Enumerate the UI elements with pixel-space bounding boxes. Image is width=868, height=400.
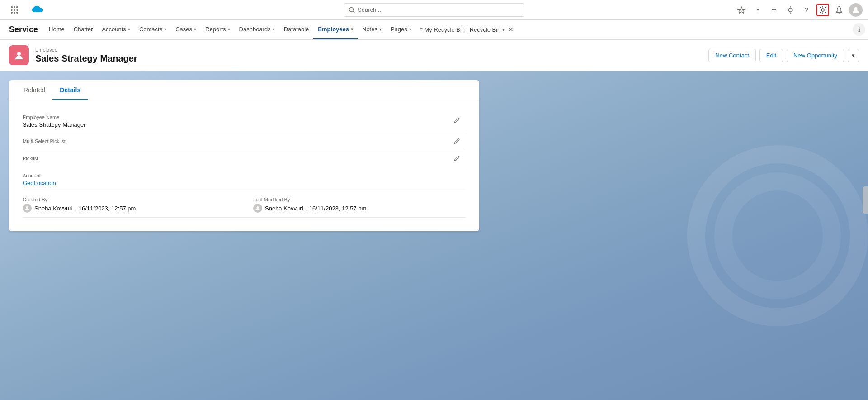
nav-notes[interactable]: Notes▾	[358, 19, 386, 39]
employees-chevron: ▾	[351, 27, 353, 32]
record-header-right: New Contact Edit New Opportunity ▾	[708, 49, 859, 62]
nav-items: Home Chatter Accounts▾ Contacts▾ Cases▾ …	[44, 19, 518, 39]
search-input[interactable]	[358, 6, 519, 13]
svg-point-8	[16, 12, 18, 14]
main-content: Related Details Employee Name Sales Stra…	[0, 71, 868, 400]
svg-point-14	[854, 7, 858, 10]
svg-point-12	[821, 9, 824, 11]
new-contact-button[interactable]: New Contact	[708, 49, 755, 62]
setup-shortcut-icon[interactable]	[784, 4, 797, 16]
svg-point-18	[26, 206, 28, 209]
svg-point-3	[11, 9, 13, 11]
modified-by-label: Last Modified By	[253, 197, 466, 202]
created-by-date: , 16/11/2023, 12:57 pm	[75, 205, 136, 212]
card-tabs: Related Details	[9, 80, 479, 100]
field-value-employee-name: Sales Strategy Manager	[23, 121, 466, 128]
field-label-employee-name: Employee Name	[23, 114, 466, 120]
nav-pages[interactable]: Pages▾	[386, 19, 416, 39]
svg-point-20	[257, 206, 259, 209]
created-by-user[interactable]: Sneha Kovvuri	[34, 205, 73, 212]
waffle-icon[interactable]	[5, 5, 24, 14]
modified-by-date: , 16/11/2023, 12:57 pm	[306, 205, 367, 212]
nav-dashboards[interactable]: Dashboards▾	[235, 19, 279, 39]
help-icon[interactable]: ?	[800, 4, 813, 16]
salesforce-logo	[28, 5, 43, 15]
utility-bar-right: ▾ + ?	[735, 3, 863, 17]
modified-by-avatar	[253, 204, 262, 213]
svg-point-4	[14, 9, 15, 11]
field-multi-select: Multi-Select Picklist	[23, 133, 466, 150]
edit-multi-select-button[interactable]	[452, 136, 462, 147]
edit-picklist-button[interactable]	[452, 153, 462, 164]
svg-point-0	[11, 6, 13, 8]
modified-by-field: Last Modified By Sneha Kovvuri, 16/11/20…	[253, 197, 466, 213]
nav-home[interactable]: Home	[44, 19, 69, 39]
created-by-value[interactable]: Sneha Kovvuri, 16/11/2023, 12:57 pm	[23, 204, 235, 213]
nav-datatable[interactable]: Datatable	[279, 19, 314, 39]
audit-fields-row: Created By Sneha Kovvuri, 16/11/2023, 12…	[23, 191, 466, 218]
record-header: Employee Sales Strategy Manager New Cont…	[0, 40, 868, 71]
svg-point-2	[16, 6, 18, 8]
scroll-handle[interactable]	[863, 186, 868, 214]
created-by-label: Created By	[23, 197, 235, 202]
modified-by-user[interactable]: Sneha Kovvuri	[265, 205, 303, 212]
svg-point-5	[16, 9, 18, 11]
field-value-account[interactable]: GeoLocation	[23, 180, 56, 186]
field-employee-name: Employee Name Sales Strategy Manager	[23, 109, 466, 133]
nav-employees[interactable]: Employees▾	[313, 19, 358, 39]
pages-chevron: ▾	[409, 27, 411, 32]
cases-chevron: ▾	[194, 27, 196, 32]
utility-bar-left	[5, 5, 43, 15]
actions-dropdown-button[interactable]: ▾	[848, 49, 859, 62]
svg-point-11	[788, 8, 792, 12]
reports-chevron: ▾	[228, 27, 230, 32]
gear-icon[interactable]	[816, 4, 829, 16]
accounts-chevron: ▾	[128, 27, 130, 32]
favorites-dropdown-icon[interactable]: ▾	[751, 4, 764, 16]
nav-info-icon[interactable]: ℹ	[853, 23, 865, 36]
breadcrumb: Employee	[35, 47, 137, 52]
detail-card: Related Details Employee Name Sales Stra…	[9, 80, 479, 231]
nav-accounts[interactable]: Accounts▾	[97, 19, 134, 39]
record-type-icon	[9, 45, 29, 65]
svg-line-10	[353, 11, 355, 13]
search-bar[interactable]	[344, 3, 524, 17]
field-label-multi-select: Multi-Select Picklist	[23, 138, 466, 144]
modified-by-value[interactable]: Sneha Kovvuri, 16/11/2023, 12:57 pm	[253, 204, 466, 213]
record-header-left: Employee Sales Strategy Manager	[9, 45, 137, 65]
notifications-icon[interactable]	[833, 4, 845, 16]
created-by-field: Created By Sneha Kovvuri, 16/11/2023, 12…	[23, 197, 235, 213]
nav-recycle-bin[interactable]: * My Recycle Bin | Recycle Bin ▾ ✕	[416, 19, 519, 39]
notes-chevron: ▾	[379, 27, 382, 32]
nav-chatter[interactable]: Chatter	[69, 19, 98, 39]
svg-point-6	[11, 12, 13, 14]
user-avatar[interactable]	[849, 3, 863, 17]
field-label-picklist: Picklist	[23, 156, 466, 161]
tab-details[interactable]: Details	[52, 80, 88, 100]
add-icon[interactable]: +	[768, 4, 780, 16]
nav-cases[interactable]: Cases▾	[171, 19, 201, 39]
field-account: Account GeoLocation	[23, 167, 466, 191]
edit-employee-name-button[interactable]	[452, 115, 462, 127]
edit-button[interactable]: Edit	[760, 49, 783, 62]
recycle-close-icon[interactable]: ✕	[508, 26, 514, 33]
nav-contacts[interactable]: Contacts▾	[135, 19, 171, 39]
svg-point-16	[17, 52, 21, 56]
new-opportunity-button[interactable]: New Opportunity	[787, 49, 844, 62]
created-by-avatar	[23, 204, 32, 213]
tab-related[interactable]: Related	[16, 80, 52, 100]
favorites-icon[interactable]	[735, 4, 748, 16]
field-picklist: Picklist	[23, 150, 466, 167]
svg-point-1	[14, 6, 15, 8]
recycle-chevron: ▾	[502, 27, 505, 32]
contacts-chevron: ▾	[164, 27, 166, 32]
app-name: Service	[3, 25, 44, 34]
field-label-account: Account	[23, 173, 466, 178]
record-title-block: Employee Sales Strategy Manager	[35, 47, 137, 64]
record-name: Sales Strategy Manager	[35, 53, 137, 64]
nav-bar: Service Home Chatter Accounts▾ Contacts▾…	[0, 20, 868, 40]
dashboards-chevron: ▾	[273, 27, 275, 32]
utility-bar: ▾ + ?	[0, 0, 868, 20]
nav-reports[interactable]: Reports▾	[201, 19, 235, 39]
card-body: Employee Name Sales Strategy Manager Mul…	[9, 100, 479, 231]
